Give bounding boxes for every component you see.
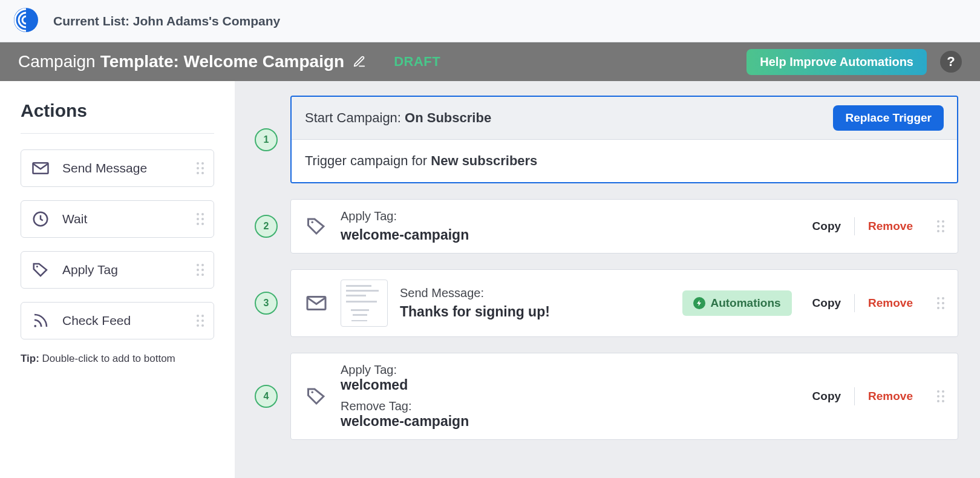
card-label: Send Message: [400, 286, 550, 300]
action-label: Check Feed [62, 313, 197, 328]
trigger-card[interactable]: Start Campaign: On Subscribe Replace Tri… [290, 96, 958, 183]
envelope-icon [304, 291, 328, 315]
tip-prefix: Tip: [21, 353, 39, 364]
card-label: Apply Tag: [341, 209, 469, 223]
action-wait[interactable]: Wait [21, 200, 214, 238]
svg-point-7 [36, 266, 38, 267]
sidebar-tip: Tip: Double-click to add to bottom [21, 353, 214, 365]
step-number: 3 [255, 292, 278, 315]
card-value: welcomed [341, 377, 469, 393]
edit-title-icon[interactable] [353, 55, 366, 68]
remove-button[interactable]: Remove [868, 220, 913, 233]
trigger-body: Trigger campaign for New subscribers [292, 140, 957, 182]
card-value: welcome-campaign [341, 227, 469, 243]
replace-trigger-button[interactable]: Replace Trigger [833, 105, 944, 131]
help-icon[interactable]: ? [940, 51, 962, 73]
drag-handle-icon[interactable] [937, 297, 944, 309]
step-number: 1 [255, 128, 278, 151]
remove-button[interactable]: Remove [868, 390, 913, 403]
svg-point-1 [14, 8, 38, 32]
svg-point-11 [311, 391, 313, 393]
message-thumbnail [341, 280, 388, 327]
card-value: welcome-campaign [341, 413, 469, 430]
svg-point-8 [34, 325, 36, 327]
campaign-title: Template: Welcome Campaign [100, 52, 345, 71]
drag-handle-icon[interactable] [937, 220, 944, 232]
card-label: Remove Tag: [341, 399, 411, 413]
apply-tag-card[interactable]: Apply Tag: welcome-campaign Copy Remove [290, 199, 958, 254]
current-list-label: Current List: John Adams's Company [53, 14, 280, 28]
actions-sidebar: Actions Send Message Wait [0, 81, 235, 478]
sidebar-title: Actions [21, 100, 214, 121]
card-value: Thanks for signing up! [400, 304, 550, 320]
step-row-4: 4 Apply Tag: welcomed Remove Tag: welcom… [242, 353, 958, 440]
step-row-2: 2 Apply Tag: welcome-campaign Copy Remov… [242, 199, 958, 254]
svg-point-9 [311, 221, 313, 223]
step-number: 2 [255, 215, 278, 238]
drag-handle-icon[interactable] [197, 213, 204, 225]
tag-icon [304, 384, 328, 408]
tag-card[interactable]: Apply Tag: welcomed Remove Tag: welcome-… [290, 353, 958, 440]
automations-button[interactable]: Automations [682, 290, 791, 316]
action-apply-tag[interactable]: Apply Tag [21, 251, 214, 289]
action-label: Wait [62, 212, 197, 226]
feed-icon [31, 311, 50, 330]
help-improve-button[interactable]: Help Improve Automations [746, 49, 927, 75]
campaign-canvas: 1 Start Campaign: On Subscribe Replace T… [235, 81, 980, 478]
campaign-prefix: Campaign [18, 52, 96, 71]
logo-icon [13, 7, 53, 35]
top-bar: Current List: John Adams's Company [0, 0, 980, 42]
drag-handle-icon[interactable] [197, 162, 204, 174]
step-number: 4 [255, 385, 278, 408]
remove-button[interactable]: Remove [868, 296, 913, 310]
copy-button[interactable]: Copy [812, 296, 841, 310]
action-label: Send Message [62, 161, 197, 175]
copy-button[interactable]: Copy [812, 390, 841, 403]
step-row-3: 3 Send Message: Thanks for signing up! [242, 269, 958, 337]
send-message-card[interactable]: Send Message: Thanks for signing up! Aut… [290, 269, 958, 337]
envelope-icon [31, 159, 50, 178]
step-row-1: 1 Start Campaign: On Subscribe Replace T… [242, 96, 958, 183]
campaign-header: Campaign Template: Welcome Campaign DRAF… [0, 42, 980, 81]
action-label: Apply Tag [62, 263, 197, 277]
trigger-title: Start Campaign: On Subscribe [305, 110, 491, 126]
drag-handle-icon[interactable] [197, 264, 204, 276]
bolt-icon [693, 297, 705, 309]
action-check-feed[interactable]: Check Feed [21, 302, 214, 339]
separator [854, 294, 855, 312]
separator [854, 217, 855, 235]
drag-handle-icon[interactable] [197, 315, 204, 327]
status-badge: DRAFT [394, 54, 440, 70]
copy-button[interactable]: Copy [812, 220, 841, 233]
tag-icon [31, 260, 50, 280]
tag-icon [304, 214, 328, 238]
separator [854, 387, 855, 405]
tip-text: Double-click to add to bottom [42, 353, 175, 364]
card-label: Apply Tag: [341, 363, 397, 376]
clock-icon [31, 209, 50, 229]
drag-handle-icon[interactable] [937, 390, 944, 402]
action-send-message[interactable]: Send Message [21, 149, 214, 187]
sidebar-divider [21, 133, 214, 134]
